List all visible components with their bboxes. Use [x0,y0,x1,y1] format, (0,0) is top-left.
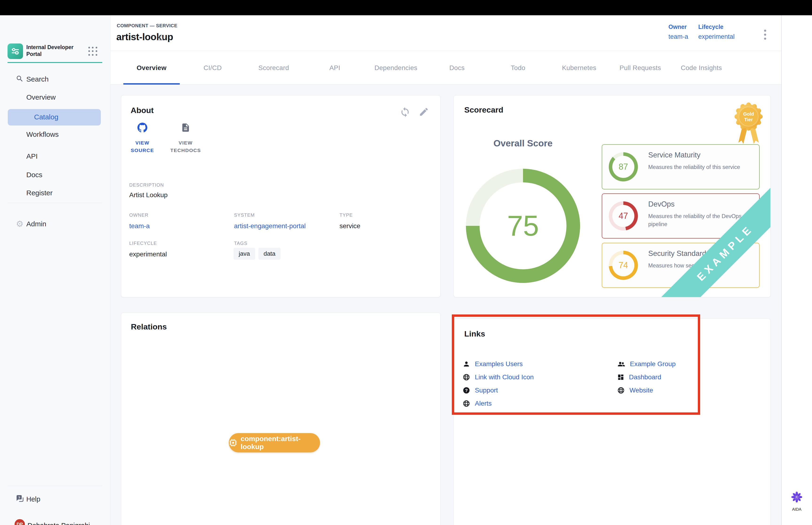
lifecycle-value: experimental [698,33,735,41]
portal-logo[interactable] [7,44,23,59]
group-icon [617,360,625,368]
dashboard-icon [617,374,624,381]
sidebar-divider [7,486,102,486]
link-label: Example Group [630,360,676,368]
tab-docs[interactable]: Docs [426,51,488,85]
tag-chip[interactable]: java [233,248,255,260]
owner-field-value[interactable]: team-a [129,222,150,230]
link-cloud[interactable]: Link with Cloud Icon [463,373,534,382]
link-support[interactable]: ? Support [463,386,498,395]
overall-score-label: Overall Score [466,138,579,149]
links-title: Links [464,329,485,339]
tab-api[interactable]: API [304,51,365,85]
sidebar-item-label: Search [26,75,49,83]
sidebar-item-search[interactable]: Search [0,74,110,85]
sidebar-item-label: Workflows [26,131,59,138]
user-avatar[interactable]: DP [14,518,26,525]
sidebar-item-overview[interactable]: Overview [0,92,110,103]
brand-title: Internal Developer Portal [26,44,85,58]
apps-grid-icon[interactable] [88,47,98,56]
badge-line2: Tier [744,117,753,122]
sidebar-item-docs[interactable]: Docs [0,169,110,180]
tabs: Overview CI/CD Scorecard API Dependencie… [121,51,732,85]
gear-icon: ⚙ [15,220,25,228]
brand-divider [7,62,102,63]
favorite-star-icon[interactable]: ☆ [157,33,165,42]
app-window: Internal Developer Portal Search Overvie… [0,0,812,525]
overall-score-donut: 75 [466,169,580,283]
view-techdocs-link[interactable]: VIEW TECHDOCS [168,123,203,154]
tab-scorecard[interactable]: Scorecard [243,51,304,85]
scorecard-title: Scorecard [464,105,503,115]
breadcrumb: COMPONENT — SERVICE [117,23,178,28]
aida-flower-icon [791,491,802,503]
service-maturity-ring: 87 [609,152,638,181]
link-label: Link with Cloud Icon [475,373,534,381]
lifecycle-label: Lifecycle [698,24,735,30]
link-label: Alerts [475,400,492,407]
tab-overview[interactable]: Overview [121,51,182,85]
aida-label: AIDA [785,507,808,512]
globe-icon [463,373,470,381]
owner-value[interactable]: team-a [669,33,688,41]
edit-pencil-icon[interactable] [419,107,430,118]
tab-dependencies[interactable]: Dependencies [365,51,426,85]
view-techdocs-line1: VIEW [179,140,193,146]
lifecycle-field-value: experimental [129,251,167,258]
score-item-description: Measures the reliability of this service [648,163,754,171]
link-examples-users[interactable]: Examples Users [463,359,523,369]
sidebar-item-api[interactable]: API [0,151,110,162]
tab-kubernetes[interactable]: Kubernetes [549,51,610,85]
type-field-value: service [339,222,361,230]
sidebar-item-workflows[interactable]: Workflows [0,129,110,140]
sidebar-item-label: Catalog [34,113,58,121]
relations-node-component[interactable]: component:artist-lookup [229,433,320,452]
gold-tier-badge: Gold Tier [734,102,763,151]
owner-label: Owner [669,24,688,30]
lifecycle-field-label: LIFECYCLE [129,241,157,246]
user-name[interactable]: Debabrata Panigrahi [28,522,90,525]
tags-field-label: TAGS [234,241,247,246]
refresh-icon[interactable] [400,107,411,118]
svg-text:?: ? [465,388,468,393]
description-label: DESCRIPTION [129,182,164,188]
sidebar-item-admin[interactable]: ⚙ Admin [0,218,110,229]
tab-code-insights[interactable]: Code Insights [671,51,732,85]
score-item-title: Service Maturity [648,151,700,159]
svg-text:?: ? [18,496,20,500]
relations-card: Relations component:artist-lookup [121,313,441,525]
link-website[interactable]: Website [617,386,653,395]
type-field-label: TYPE [339,212,353,218]
lifecycle-meta: Lifecycle experimental [698,24,735,41]
right-gutter [781,15,812,525]
techdocs-icon [181,123,190,133]
tab-todo[interactable]: Todo [488,51,549,85]
view-source-link[interactable]: VIEW SOURCE [125,123,160,154]
sidebar-item-register[interactable]: Register [0,187,110,198]
sidebar-item-label: Help [26,495,41,503]
tab-pull-requests[interactable]: Pull Requests [610,51,671,85]
sidebar-item-label: Admin [26,220,46,228]
tag-chip[interactable]: data [258,248,281,260]
more-options-icon[interactable] [764,30,766,40]
link-example-group[interactable]: Example Group [617,359,676,369]
sidebar-item-help[interactable]: ? Help [0,494,110,505]
score-item-title: Security Standards [648,249,710,258]
about-card: About VIEW SOURCE VIEW TECHDOCS DESCRIPT… [121,95,441,297]
link-alerts[interactable]: Alerts [463,399,492,408]
aida-widget[interactable]: AIDA [785,491,808,512]
link-label: Website [629,387,653,394]
security-standards-ring: 74 [609,251,638,280]
link-label: Support [475,387,498,394]
system-field-value[interactable]: artist-engagement-portal [234,222,306,230]
help-circle-icon: ? [463,387,470,394]
devops-value: 47 [609,201,638,230]
link-dashboard[interactable]: Dashboard [617,373,661,382]
chip-icon [229,438,237,447]
tab-cicd[interactable]: CI/CD [182,51,243,85]
security-standards-value: 74 [609,251,638,280]
sidebar-item-catalog-active[interactable]: Catalog [8,109,101,125]
badge-line1: Gold [743,111,754,117]
scorecard-card: Scorecard Gold Tier Overall Score [454,95,771,297]
sidebar-item-label: Docs [26,171,42,179]
